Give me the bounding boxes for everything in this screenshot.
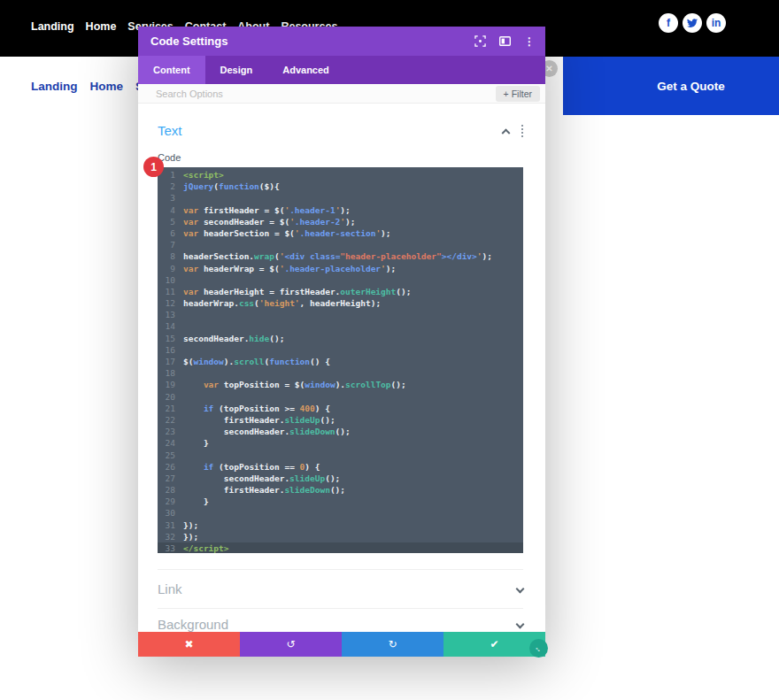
code-line: 14 xyxy=(158,320,523,332)
line-number: 25 xyxy=(158,450,175,461)
link-section-title: Link xyxy=(158,581,182,596)
social-links: fin xyxy=(659,13,726,33)
line-number: 28 xyxy=(158,484,175,496)
code-line: 29 } xyxy=(158,496,523,507)
code-field-label: Code xyxy=(158,152,545,163)
line-number: 6 xyxy=(158,227,175,239)
search-options-input[interactable] xyxy=(138,84,545,103)
chevron-down-icon[interactable] xyxy=(516,585,525,594)
line-number: 29 xyxy=(158,496,175,507)
code-line: 30 xyxy=(158,507,523,519)
secondary-nav-item[interactable]: Landing xyxy=(31,80,78,93)
line-number: 20 xyxy=(158,391,175,403)
modal-header[interactable]: Code Settings ⋮ xyxy=(138,27,545,56)
line-number: 16 xyxy=(158,344,175,356)
code-line: 5var secondHeader = $('.header-2'); xyxy=(158,216,523,227)
code-line: 16 xyxy=(158,344,523,356)
line-number: 14 xyxy=(158,320,175,332)
code-line: 4var firstHeader = $('.header-1'); xyxy=(158,204,523,216)
line-number: 27 xyxy=(158,473,175,484)
chevron-down-icon[interactable] xyxy=(516,620,525,629)
modal-footer: ✖↺↻✔ xyxy=(138,632,545,657)
section-options-icon[interactable] xyxy=(521,125,523,137)
link-section-header[interactable]: Link xyxy=(158,569,523,608)
background-section-title: Background xyxy=(158,617,228,632)
line-number: 26 xyxy=(158,461,175,473)
line-number: 12 xyxy=(158,297,175,309)
split-view-icon[interactable] xyxy=(499,36,511,46)
line-number: 30 xyxy=(158,507,175,519)
line-number: 24 xyxy=(158,437,175,449)
code-line: 2jQuery(function($){ xyxy=(158,181,523,192)
redo-button[interactable]: ↻ xyxy=(342,632,443,657)
code-line: 7 xyxy=(158,239,523,250)
code-line: 10 xyxy=(158,274,523,286)
line-number: 19 xyxy=(158,379,175,390)
line-number: 33 xyxy=(158,542,175,553)
code-line: 33</script> xyxy=(158,542,523,553)
code-line: 24 } xyxy=(158,437,523,449)
code-line: 1<script> xyxy=(158,169,523,181)
code-line: 18 xyxy=(158,367,523,379)
focus-expand-icon[interactable] xyxy=(474,35,486,47)
line-number: 21 xyxy=(158,403,175,414)
code-line: 23 secondHeader.slideDown(); xyxy=(158,426,523,437)
code-line: 31}); xyxy=(158,519,523,531)
tab-content[interactable]: Content xyxy=(138,56,205,84)
line-number: 8 xyxy=(158,250,175,262)
text-section-title: Text xyxy=(158,123,503,138)
text-section-header[interactable]: Text xyxy=(158,123,523,138)
line-number: 23 xyxy=(158,426,175,437)
code-line: 21 if (topPosition >= 400) { xyxy=(158,403,523,414)
line-number: 9 xyxy=(158,263,175,274)
code-line: 28 firstHeader.slideDown(); xyxy=(158,484,523,496)
line-number: 4 xyxy=(158,204,175,216)
more-options-icon[interactable]: ⋮ xyxy=(524,36,535,47)
code-line: 17$(window).scroll(function() { xyxy=(158,356,523,367)
line-number: 3 xyxy=(158,192,175,204)
linkedin-icon[interactable]: in xyxy=(706,13,726,33)
modal-tabs: ContentDesignAdvanced xyxy=(138,56,545,84)
line-number: 10 xyxy=(158,274,175,286)
line-number: 22 xyxy=(158,414,175,426)
line-number: 5 xyxy=(158,216,175,227)
resize-handle[interactable]: ↔ xyxy=(529,639,548,658)
facebook-icon[interactable]: f xyxy=(659,13,678,33)
top-nav-item[interactable]: Landing xyxy=(31,14,74,39)
tab-advanced[interactable]: Advanced xyxy=(267,56,344,84)
code-line: 9var headerWrap = $('.header-placeholder… xyxy=(158,263,523,274)
tab-design[interactable]: Design xyxy=(205,56,268,84)
get-a-quote-button[interactable]: Get a Quote xyxy=(563,57,779,115)
close-icon: ✕ xyxy=(545,64,552,73)
cancel-button[interactable]: ✖ xyxy=(138,632,240,657)
line-number: 17 xyxy=(158,356,175,367)
code-line: 27 secondHeader.slideUp(); xyxy=(158,473,523,484)
top-nav-item[interactable]: Home xyxy=(86,14,117,39)
line-number: 18 xyxy=(158,367,175,379)
resize-icon: ↔ xyxy=(533,642,544,654)
code-line: 26 if (topPosition == 0) { xyxy=(158,461,523,473)
chevron-up-icon[interactable] xyxy=(502,128,511,137)
code-line: 6var headerSection = $('.header-section'… xyxy=(158,227,523,239)
code-settings-modal: Code Settings ⋮ ContentDesignAdvanced + … xyxy=(138,27,545,657)
search-row: + Filter xyxy=(138,84,545,104)
filter-button[interactable]: + Filter xyxy=(496,86,540,102)
code-line: 13 xyxy=(158,309,523,320)
code-line: 32}); xyxy=(158,531,523,542)
code-line: 12headerWrap.css('height', headerHeight)… xyxy=(158,297,523,309)
code-line: 11var headerHeight = firstHeader.outerHe… xyxy=(158,286,523,297)
undo-button[interactable]: ↺ xyxy=(240,632,342,657)
line-number: 32 xyxy=(158,531,175,542)
code-line: 19 var topPosition = $(window).scrollTop… xyxy=(158,379,523,390)
line-number: 2 xyxy=(158,181,175,192)
line-number: 7 xyxy=(158,239,175,250)
code-line: 8headerSection.wrap('<div class="header-… xyxy=(158,250,523,262)
code-editor[interactable]: 1<script>2jQuery(function($){34var first… xyxy=(158,167,523,553)
secondary-nav-item[interactable]: Home xyxy=(90,80,124,93)
code-line: 3 xyxy=(158,192,523,204)
code-line: 22 firstHeader.slideUp(); xyxy=(158,414,523,426)
twitter-icon[interactable] xyxy=(683,13,702,33)
line-number: 31 xyxy=(158,519,175,531)
code-line: 15secondHeader.hide(); xyxy=(158,333,523,344)
line-number: 15 xyxy=(158,333,175,344)
